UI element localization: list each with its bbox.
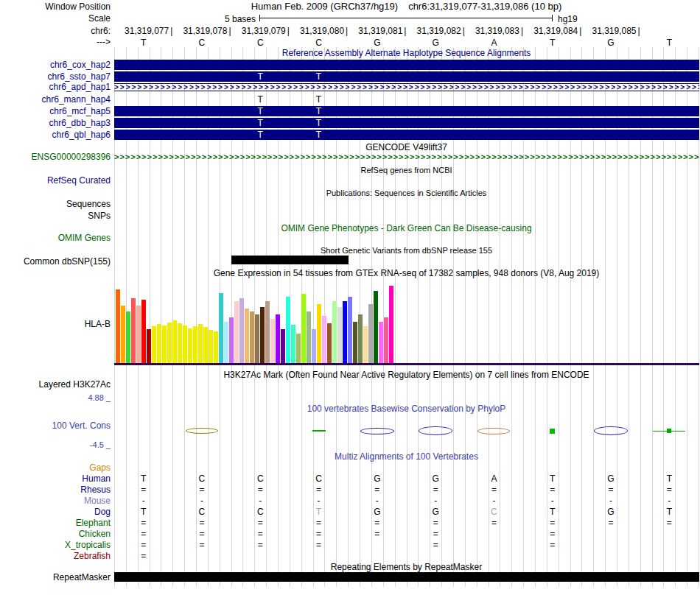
gtex-gene-label[interactable]: HLA-B [0, 320, 111, 329]
multiz-row-mouse: ---------- [114, 496, 699, 507]
base-cell [348, 540, 406, 551]
base-cell: A [465, 38, 523, 48]
base-cell: - [406, 496, 464, 507]
base-cell: - [581, 496, 640, 507]
base-cell [172, 118, 231, 128]
gtex-bar-3 [131, 298, 136, 363]
base-cell: = [348, 518, 406, 529]
base-cell [465, 118, 523, 128]
haplotype-bar-cox-hap2[interactable] [114, 60, 699, 70]
phylop-mark-square [550, 429, 555, 434]
multiz-label-human[interactable]: Human [0, 473, 111, 485]
h3k27ac-header: H3K27Ac Mark (Often Found Near Active Re… [114, 370, 699, 380]
phylop-mark-ellipse [186, 428, 218, 434]
base-cell [348, 60, 406, 70]
gtex-bar-25 [245, 309, 249, 363]
track-label-ssto-hap7[interactable]: chr6_ssto_hap7 [0, 71, 111, 82]
assembly-name: Human Feb. 2009 (GRCh37/hg19) [251, 1, 398, 12]
track-label-apd-hap1[interactable]: chr6_apd_hap1 [0, 82, 111, 92]
base-cell: C [231, 38, 290, 48]
multiz-row-human: TCCCGGATGT [114, 473, 699, 485]
multiz-label-x-tropicalis[interactable]: X_tropicalis [0, 540, 111, 551]
base-cell: = [348, 485, 406, 496]
track-label-mann-hap4[interactable]: chr6_mann_hap4 [0, 94, 111, 105]
gtex-bar-35 [296, 334, 301, 363]
multiz-label-rhesus[interactable]: Rhesus [0, 485, 111, 496]
base-cell [581, 94, 640, 105]
multiz-label-gaps[interactable]: Gaps [0, 462, 111, 473]
vert-cons-label[interactable]: 100 Vert. Cons [0, 421, 111, 431]
haplotype-bar-dbb-hap3[interactable]: TT [114, 118, 699, 128]
multiz-label-dog[interactable]: Dog [0, 507, 111, 518]
multiz-label-chicken[interactable]: Chicken [0, 529, 111, 540]
sequences-label[interactable]: Sequences [0, 200, 111, 209]
base-cell [640, 529, 699, 540]
base-cell [231, 60, 290, 70]
base-cell [348, 71, 406, 82]
base-cell: = [406, 540, 464, 551]
base-cell: 31,319,078| [172, 27, 231, 36]
gtex-bar-0 [116, 289, 120, 363]
omim-genes-label[interactable]: OMIM Genes [0, 233, 111, 243]
track-label-qbl-hap6[interactable]: chr6_qbl_hap6 [0, 130, 111, 140]
base-cell [172, 551, 231, 562]
phylop-mark-ellipse [594, 426, 628, 435]
track-label-dbb-hap3[interactable]: chr6_dbb_hap3 [0, 118, 111, 128]
phylop-mark-linesq [653, 429, 685, 433]
repeatmasker-bar[interactable] [114, 572, 699, 582]
base-cell: 31,319,077| [114, 27, 172, 36]
base-cell: C [290, 473, 348, 485]
phylop-marks[interactable] [114, 412, 699, 449]
base-cell: = [290, 540, 348, 551]
base-cell: C [172, 38, 231, 48]
base-cell [581, 462, 640, 473]
gencode-gene-label[interactable]: ENSG00000298396 [0, 152, 111, 161]
base-cell: = [172, 540, 231, 551]
base-cell: = [406, 529, 464, 540]
base-cell: G [406, 38, 464, 48]
multiz-label-zebrafish[interactable]: Zebrafish [0, 551, 111, 562]
ucsc-genome-browser: Window Position Human Feb. 2009 (GRCh37/… [0, 0, 700, 595]
base-cell: G [581, 38, 640, 48]
scale-value: 5 bases [114, 14, 256, 24]
snps-label[interactable]: SNPs [0, 211, 111, 221]
base-cell [523, 71, 581, 82]
position-ruler[interactable]: 31,319,077|31,319,078|31,319,079|31,319,… [114, 27, 699, 36]
gtex-bar-6 [147, 329, 151, 363]
multiz-label-mouse[interactable]: Mouse [0, 496, 111, 507]
base-cell [114, 118, 172, 128]
haplotype-letters-mann-hap4[interactable]: TT [114, 94, 699, 105]
scale-label: Scale [0, 14, 111, 24]
common-dbsnp-label[interactable]: Common dbSNP(155) [0, 257, 111, 267]
haplotype-bar-qbl-hap6[interactable]: TT [114, 130, 699, 140]
base-cell: T [290, 507, 348, 518]
base-cell [231, 551, 290, 562]
haplotype-chevron-apd-hap1[interactable]: >>>>>>>>>>>>>>>>>>>>>>>>>>>>>>>>>>>>>>>>… [114, 83, 699, 91]
refseq-curated-label[interactable]: RefSeq Curated [0, 176, 111, 186]
base-cell: T [523, 38, 581, 48]
haplotype-bar-ssto-hap7[interactable]: TT [114, 71, 699, 82]
base-cell: 31,319,084| [523, 27, 581, 36]
track-label-cox-hap2[interactable]: chr6_cox_hap2 [0, 60, 111, 70]
base-cell [465, 60, 523, 70]
multiz-label-elephant[interactable]: Elephant [0, 518, 111, 529]
phylop-min-value: -4.5 _ [0, 440, 111, 450]
dbsnp-variant-bar[interactable] [231, 256, 349, 264]
base-cell [523, 106, 581, 116]
multiz-row-zebrafish: = [114, 551, 699, 562]
base-cell: G [348, 38, 406, 48]
base-cell: C [231, 507, 290, 518]
gencode-gene-chevron-item[interactable]: >>>>>>>>>>>>>>>>>>>>>>>>>>>>>>>>>>>>>>>>… [114, 152, 699, 161]
base-cell: = [231, 518, 290, 529]
track-label-mcf-hap5[interactable]: chr6_mcf_hap5 [0, 106, 111, 116]
base-cell [581, 529, 640, 540]
gtex-bar-39 [317, 304, 321, 363]
base-cell [640, 60, 699, 70]
haplotype-bar-mcf-hap5[interactable]: TT [114, 106, 699, 116]
repeatmasker-label[interactable]: RepeatMasker [0, 573, 111, 582]
base-cell [640, 551, 699, 562]
layered-h3k27ac-label[interactable]: Layered H3K27Ac [0, 380, 111, 390]
gtex-baseline [114, 363, 699, 365]
base-cell: = [290, 485, 348, 496]
gtex-bars[interactable] [114, 286, 699, 363]
